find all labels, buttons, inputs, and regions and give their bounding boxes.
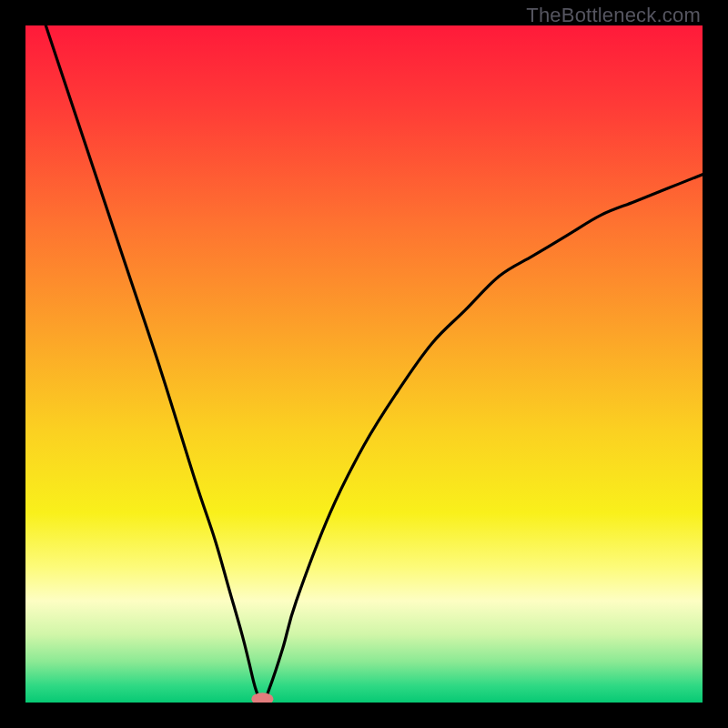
chart-frame: TheBottleneck.com (0, 0, 728, 728)
bottleneck-curve (46, 25, 703, 703)
plot-area (25, 25, 703, 703)
curve-layer (25, 25, 703, 703)
optimal-point-marker (251, 693, 273, 703)
watermark-text: TheBottleneck.com (526, 4, 701, 27)
